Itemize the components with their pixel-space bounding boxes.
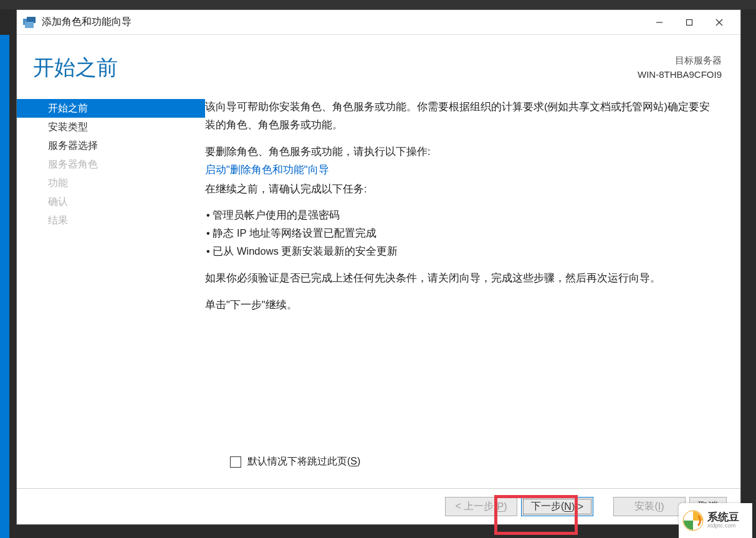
target-name: WIN-8THBA9CFOI9	[638, 68, 722, 82]
maximize-button[interactable]	[674, 12, 704, 32]
sidebar-item-server-roles: 服务器角色	[17, 155, 205, 174]
confirm-instruction: 在继续之前，请确认完成以下任务:	[205, 180, 715, 198]
page-title: 开始之前	[33, 54, 638, 82]
next-button[interactable]: 下一步(N) >	[521, 497, 593, 516]
watermark-title: 系统豆	[707, 512, 739, 524]
watermark-url: xtdptc.com	[707, 523, 739, 529]
verify-text: 如果你必须验证是否已完成上述任何先决条件，请关闭向导，完成这些步骤，然后再次运行…	[205, 269, 715, 287]
sidebar-item-label: 安装类型	[48, 121, 88, 134]
sidebar-item-label: 开始之前	[48, 102, 88, 115]
sidebar-item-before-you-begin[interactable]: 开始之前	[17, 99, 205, 118]
sidebar-item-confirmation: 确认	[17, 192, 205, 211]
watermark-icon	[682, 510, 704, 531]
intro-text: 该向导可帮助你安装角色、角色服务或功能。你需要根据组织的计算要求(例如共享文档或…	[205, 98, 715, 134]
prerequisites-list: • 管理员帐户使用的是强密码 • 静态 IP 地址等网络设置已配置完成 • 已从…	[205, 206, 715, 260]
sidebar-item-results: 结果	[17, 211, 205, 230]
skip-page-option[interactable]: 默认情况下将跳过此页(S)	[230, 455, 360, 468]
sidebar-item-features: 功能	[17, 174, 205, 192]
wizard-footer: < 上一步(P) 下一步(N) > 安装(I) 取消	[17, 488, 740, 524]
wizard-window: 添加角色和功能向导 开始之前 目标服务器 WIN-8THBA9CFOI9 开始之…	[16, 9, 741, 525]
sidebar-item-label: 服务器角色	[48, 158, 98, 171]
remove-roles-link[interactable]: 启动"删除角色和功能"向导	[205, 161, 715, 179]
close-button[interactable]	[704, 12, 734, 32]
skip-label: 默认情况下将跳过此页(S)	[247, 455, 360, 468]
server-manager-icon	[23, 17, 36, 28]
minimize-button[interactable]	[644, 12, 674, 32]
remove-instruction: 要删除角色、角色服务或功能，请执行以下操作:	[205, 143, 715, 161]
continue-text: 单击"下一步"继续。	[205, 296, 715, 314]
target-server-info: 目标服务器 WIN-8THBA9CFOI9	[638, 54, 722, 82]
sidebar-item-label: 结果	[48, 214, 68, 227]
sidebar-item-label: 功能	[48, 177, 68, 190]
previous-button: < 上一步(P)	[445, 497, 517, 516]
sidebar-item-server-selection[interactable]: 服务器选择	[17, 136, 205, 155]
wizard-steps-sidebar: 开始之前 安装类型 服务器选择 服务器角色 功能 确认 结果	[17, 98, 205, 524]
skip-checkbox[interactable]	[230, 456, 241, 468]
watermark: 系统豆 xtdptc.com	[679, 503, 752, 538]
bullet-item: • 静态 IP 地址等网络设置已配置完成	[205, 224, 715, 242]
sidebar-item-label: 确认	[48, 196, 68, 209]
sidebar-item-installation-type[interactable]: 安装类型	[17, 118, 205, 136]
sidebar-item-label: 服务器选择	[48, 139, 98, 153]
svg-rect-4	[687, 19, 692, 25]
window-controls	[644, 12, 734, 32]
target-label: 目标服务器	[638, 54, 722, 68]
window-title: 添加角色和功能向导	[42, 16, 644, 29]
bullet-item: • 管理员帐户使用的是强密码	[205, 206, 715, 224]
install-button: 安装(I)	[613, 497, 686, 516]
bullet-item: • 已从 Windows 更新安装最新的安全更新	[205, 242, 715, 260]
titlebar: 添加角色和功能向导	[17, 10, 740, 35]
svg-rect-2	[25, 22, 34, 28]
